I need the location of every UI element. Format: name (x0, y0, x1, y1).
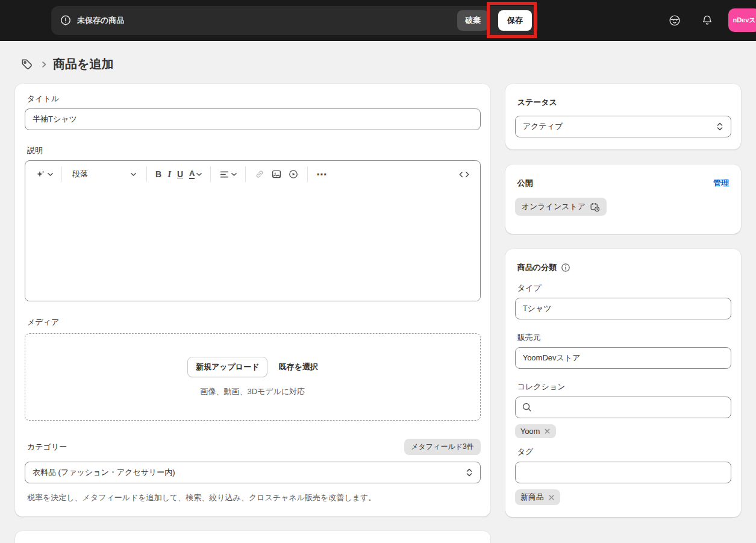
main-column: タイトル 説明 段落 (15, 84, 490, 543)
category-help-text: 税率を決定し、メタフィールドを追加して、検索、絞り込み、クロスチャネル販売を改善… (27, 492, 478, 503)
category-value: 衣料品 (ファッション・アクセサリー内) (33, 467, 175, 478)
status-value: アクティブ (523, 121, 563, 132)
tag-token-label: 新商品 (520, 492, 544, 503)
products-tag-icon[interactable] (20, 57, 34, 71)
ai-magic-icon[interactable] (33, 167, 56, 182)
title-label: タイトル (27, 93, 478, 104)
contextual-save-bar: 未保存の商品 破棄 保存 (51, 6, 538, 35)
alignment-button[interactable] (216, 167, 240, 182)
publishing-label: 公開 (517, 178, 533, 189)
media-label: メディア (27, 317, 478, 328)
product-organization-card: 商品の分類 タイプ 販売元 コレクション (505, 249, 741, 517)
chevron-right-icon (40, 61, 48, 68)
remove-collection-icon[interactable] (544, 428, 551, 435)
discard-button[interactable]: 破棄 (457, 10, 489, 31)
category-label: カテゴリー (27, 442, 67, 453)
next-section-card (15, 531, 490, 543)
description-editor: 段落 B I U A (25, 160, 481, 301)
toolbar-divider (210, 166, 211, 182)
category-select[interactable]: 衣料品 (ファッション・アクセサリー内) (25, 462, 481, 483)
select-updown-icon (466, 468, 473, 477)
unsaved-status-text: 未保存の商品 (77, 15, 124, 26)
vendor-input[interactable] (515, 347, 731, 369)
toolbar-divider (146, 166, 147, 182)
title-input[interactable] (25, 108, 481, 130)
publishing-card: 公開 管理 オンラインストア (505, 165, 741, 234)
paragraph-style-dropdown[interactable]: 段落 (67, 166, 141, 182)
select-updown-icon (716, 122, 723, 131)
breadcrumb: 商品を追加 (20, 56, 741, 72)
collection-token: Yoom (515, 424, 557, 438)
page-content: 商品を追加 タイトル 説明 (0, 56, 756, 543)
toolbar-divider (61, 166, 62, 182)
collection-token-label: Yoom (520, 427, 540, 436)
select-existing-button[interactable]: 既存を選択 (278, 362, 317, 372)
collections-search-input[interactable] (515, 397, 731, 418)
toolbar-divider (307, 166, 308, 182)
tags-label: タグ (517, 447, 729, 457)
info-icon[interactable] (561, 263, 570, 272)
link-icon (251, 166, 268, 182)
insert-video-icon[interactable] (285, 166, 302, 182)
notifications-bell-icon[interactable] (701, 14, 714, 27)
code-view-icon[interactable] (455, 167, 473, 182)
media-dropzone[interactable]: 新規アップロード 既存を選択 画像、動画、3Dモデルに対応 (25, 333, 481, 421)
save-button[interactable]: 保存 (498, 10, 532, 31)
online-store-channel-pill[interactable]: オンラインストア (515, 198, 607, 216)
paragraph-style-label: 段落 (72, 169, 88, 180)
more-options-button[interactable]: ⋯ (313, 166, 330, 183)
organization-label: 商品の分類 (517, 262, 557, 273)
status-label: ステータス (517, 97, 729, 108)
topbar: 未保存の商品 破棄 保存 nDevス (0, 0, 756, 41)
editor-toolbar: 段落 B I U A (25, 161, 480, 187)
toolbar-divider (245, 166, 246, 182)
alert-icon (60, 14, 72, 27)
metafields-badge[interactable]: メタフィールド3件 (404, 439, 480, 455)
upload-new-button[interactable]: 新規アップロード (187, 357, 268, 377)
schedule-calendar-icon (590, 202, 600, 212)
channel-name: オンラインストア (522, 201, 586, 212)
italic-button[interactable]: I (164, 168, 174, 181)
description-textarea[interactable] (25, 187, 480, 301)
store-avatar[interactable]: nDevス (728, 8, 756, 32)
type-input[interactable] (515, 298, 731, 319)
tag-token: 新商品 (515, 489, 560, 505)
status-select[interactable]: アクティブ (515, 116, 731, 137)
media-hint-text: 画像、動画、3Dモデルに対応 (200, 386, 305, 397)
manage-link[interactable]: 管理 (713, 178, 729, 189)
insert-image-icon[interactable] (268, 166, 285, 182)
product-details-card: タイトル 説明 段落 (15, 84, 490, 516)
vendor-label: 販売元 (517, 332, 729, 343)
collections-label: コレクション (517, 381, 729, 392)
sidekick-assistant-icon[interactable] (668, 14, 681, 27)
description-label: 説明 (27, 145, 478, 156)
tags-input[interactable] (515, 462, 731, 483)
text-color-button[interactable]: A (186, 167, 205, 181)
underline-button[interactable]: U (174, 168, 186, 181)
sidebar: ステータス アクティブ 公開 管理 オンラインストア (505, 84, 741, 517)
status-card: ステータス アクティブ (505, 84, 741, 149)
bold-button[interactable]: B (152, 168, 164, 181)
type-label: タイプ (517, 283, 729, 293)
remove-tag-icon[interactable] (548, 494, 555, 501)
page-title: 商品を追加 (53, 56, 113, 72)
